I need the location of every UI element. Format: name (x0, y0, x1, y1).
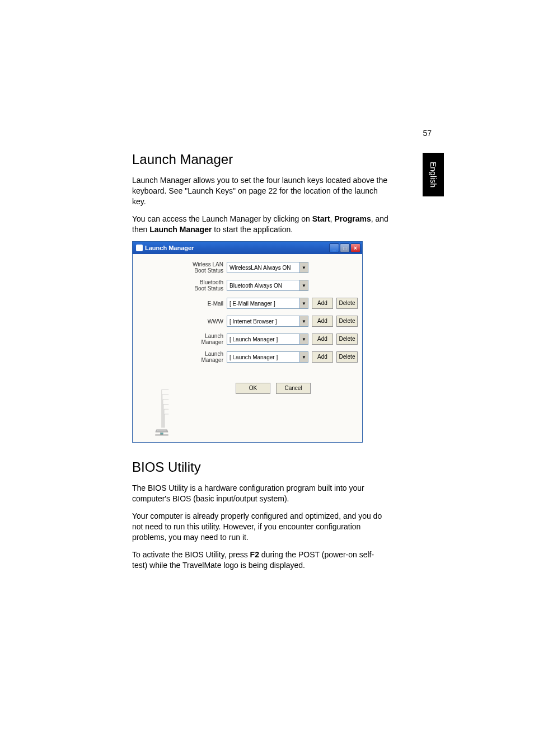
bios-paragraph-3: To activate the BIOS Utility, press F2 d… (132, 550, 388, 571)
launch-manager-paragraph-2: You can access the Launch Manager by cli… (132, 214, 388, 235)
launch-2-delete-button[interactable]: Delete (336, 351, 358, 363)
chevron-down-icon: ▼ (299, 262, 308, 273)
launch-2-label: Launch Manager (189, 351, 223, 363)
launch-manager-heading: Launch Manager (132, 152, 388, 167)
email-add-button[interactable]: Add (312, 298, 333, 309)
launch-2-add-button[interactable]: Add (312, 351, 333, 363)
row-launch-1: Launch Manager [ Launch Manager ] ▼ Add … (189, 330, 358, 348)
launch-1-label: Launch Manager (189, 333, 223, 345)
text: To activate the BIOS Utility, press (132, 550, 250, 559)
laptop-illustration (137, 387, 186, 438)
language-tab: English (423, 153, 444, 196)
text: to start the application. (212, 225, 293, 234)
window-titlebar[interactable]: Launch Manager _ □ × (133, 242, 362, 254)
combo-value: Bluetooth Always ON (229, 283, 282, 289)
www-label: WWW (189, 318, 223, 325)
chevron-down-icon: ▼ (299, 316, 308, 326)
row-www: WWW [ Internet Browser ] ▼ Add Delete (189, 312, 358, 330)
text: You can access the Launch Manager by cli… (132, 214, 312, 223)
launch-manager-window: Launch Manager _ □ × (132, 241, 363, 443)
chevron-down-icon: ▼ (299, 280, 308, 290)
launch-1-add-button[interactable]: Add (312, 334, 333, 345)
combo-value: WirelessLAN Always ON (229, 265, 291, 271)
minimize-icon: _ (332, 245, 336, 251)
bluetooth-combo[interactable]: Bluetooth Always ON ▼ (227, 280, 308, 291)
f2-key-text: F2 (250, 550, 259, 559)
chevron-down-icon: ▼ (299, 352, 308, 362)
www-add-button[interactable]: Add (312, 316, 333, 327)
maximize-icon: □ (343, 245, 346, 251)
launch-manager-text: Launch Manager (149, 225, 212, 234)
row-bluetooth: Bluetooth Boot Status Bluetooth Always O… (189, 276, 358, 294)
bluetooth-label: Bluetooth Boot Status (189, 279, 223, 292)
row-launch-2: Launch Manager [ Launch Manager ] ▼ Add … (189, 348, 358, 366)
close-button[interactable]: × (350, 243, 360, 252)
programs-text: Programs (334, 214, 371, 223)
launch-2-combo[interactable]: [ Launch Manager ] ▼ (227, 351, 308, 363)
chevron-down-icon: ▼ (299, 298, 308, 308)
app-icon (136, 245, 143, 251)
window-title: Launch Manager (136, 245, 194, 251)
email-label: E-Mail (189, 300, 223, 307)
combo-value: [ E-Mail Manager ] (229, 300, 275, 307)
wireless-lan-label: Wirless LAN Boot Status (189, 261, 223, 274)
maximize-button[interactable]: □ (340, 243, 350, 252)
combo-value: [ Launch Manager ] (229, 354, 278, 360)
svg-rect-16 (161, 433, 163, 435)
bios-paragraph-2: Your computer is already properly config… (132, 511, 388, 543)
bios-utility-heading: BIOS Utility (132, 459, 388, 475)
launch-manager-paragraph-1: Launch Manager allows you to set the fou… (132, 175, 388, 207)
www-delete-button[interactable]: Delete (336, 316, 358, 327)
minimize-button[interactable]: _ (329, 243, 339, 252)
email-delete-button[interactable]: Delete (336, 298, 358, 309)
chevron-down-icon: ▼ (299, 334, 308, 344)
bios-paragraph-1: The BIOS Utility is a hardware configura… (132, 483, 388, 504)
row-email: E-Mail [ E-Mail Manager ] ▼ Add Delete (189, 294, 358, 312)
www-combo[interactable]: [ Internet Browser ] ▼ (227, 316, 308, 327)
row-wireless-lan: Wirless LAN Boot Status WirelessLAN Alwa… (189, 259, 358, 276)
cancel-button[interactable]: Cancel (276, 383, 311, 394)
window-title-text: Launch Manager (145, 245, 194, 251)
combo-value: [ Internet Browser ] (229, 318, 277, 325)
start-text: Start (312, 214, 330, 223)
svg-rect-17 (155, 435, 168, 436)
combo-value: [ Launch Manager ] (229, 336, 278, 342)
page-number: 57 (423, 129, 432, 138)
launch-1-combo[interactable]: [ Launch Manager ] ▼ (227, 334, 308, 345)
wireless-lan-combo[interactable]: WirelessLAN Always ON ▼ (227, 262, 308, 273)
launch-1-delete-button[interactable]: Delete (336, 334, 358, 345)
ok-button[interactable]: OK (236, 383, 270, 394)
close-icon: × (354, 245, 357, 251)
email-combo[interactable]: [ E-Mail Manager ] ▼ (227, 298, 308, 309)
svg-rect-13 (157, 430, 166, 432)
